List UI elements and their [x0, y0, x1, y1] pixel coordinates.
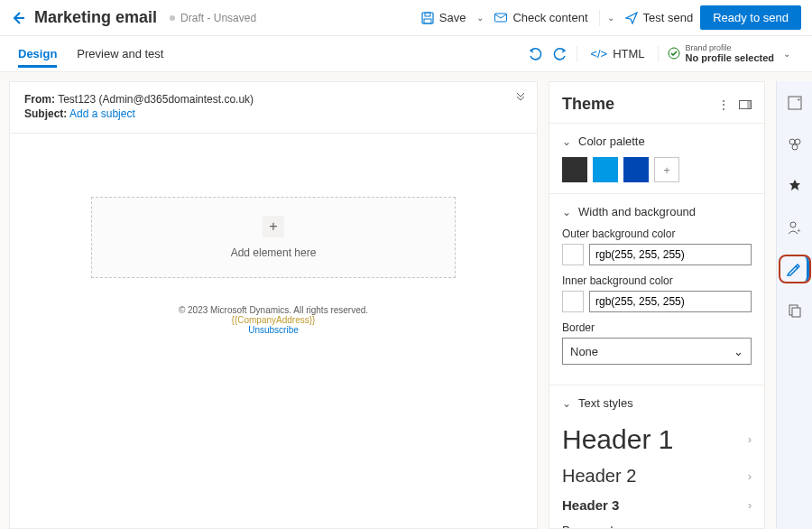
save-button[interactable]: Save — [414, 7, 474, 28]
inner-color-input[interactable] — [589, 291, 752, 312]
undo-button[interactable] — [522, 47, 548, 61]
rail-personalize-icon[interactable]: + — [782, 215, 807, 240]
send-icon — [625, 12, 638, 24]
rail-layout-icon[interactable] — [782, 132, 807, 157]
subject-row: Subject: Add a subject — [24, 107, 522, 120]
svg-text:+: + — [797, 227, 801, 235]
text-styles-header[interactable]: ⌄ Text styles — [562, 396, 752, 410]
svg-rect-6 — [747, 100, 752, 108]
tab-preview[interactable]: Preview and test — [77, 40, 163, 68]
test-send-button[interactable]: Test send — [618, 7, 701, 28]
separator — [577, 46, 577, 62]
more-icon[interactable]: ⋮ — [717, 97, 730, 112]
save-icon — [421, 12, 434, 24]
chevron-down-icon: ⌄ — [562, 206, 571, 218]
outer-color-preview[interactable] — [562, 244, 584, 265]
color-swatch-2[interactable] — [593, 157, 618, 182]
text-style-h1[interactable]: Header 1 › — [562, 419, 752, 460]
page-title: Marketing email — [34, 8, 157, 27]
separator — [658, 46, 659, 62]
email-footer: © 2023 Microsoft Dynamics. All rights re… — [91, 305, 456, 335]
draft-status: Draft - Unsaved — [170, 12, 256, 24]
chevron-down-icon: ⌄ — [734, 345, 743, 358]
chevron-down-icon: ⌄ — [780, 49, 794, 59]
unsubscribe-link[interactable]: Unsubscribe — [91, 325, 456, 335]
collapse-header-button[interactable] — [515, 93, 526, 104]
brand-check-icon — [668, 47, 680, 60]
border-select[interactable]: None ⌄ — [562, 338, 752, 365]
save-dropdown[interactable]: ⌄ — [473, 13, 487, 23]
rail-assets-icon[interactable] — [782, 298, 807, 323]
theme-panel: Theme ⋮ ⌄ Color palette + — [549, 81, 765, 529]
color-swatch-1[interactable] — [562, 157, 587, 182]
color-swatch-3[interactable] — [623, 157, 649, 182]
chevron-right-icon: › — [748, 524, 752, 530]
tab-design[interactable]: Design — [18, 40, 57, 68]
back-button[interactable] — [11, 11, 25, 25]
email-canvas: From: Test123 (Admin@d365domaintest.co.u… — [9, 81, 538, 529]
expand-icon[interactable] — [739, 100, 752, 109]
ready-to-send-button[interactable]: Ready to send — [700, 5, 801, 30]
color-palette-header[interactable]: ⌄ Color palette — [562, 135, 752, 148]
chevron-right-icon: › — [748, 433, 752, 446]
chevron-right-icon: › — [748, 470, 752, 483]
chevron-down-icon: ⌄ — [562, 397, 571, 410]
status-dot-icon — [170, 15, 175, 21]
html-button[interactable]: </> HTML — [581, 47, 653, 60]
svg-point-9 — [789, 139, 795, 144]
svg-text:+: + — [797, 96, 801, 104]
text-style-p[interactable]: Paragraph › — [562, 518, 752, 529]
width-background-header[interactable]: ⌄ Width and background — [562, 205, 752, 218]
text-style-h3[interactable]: Header 3 › — [562, 492, 752, 518]
svg-point-10 — [795, 139, 800, 144]
brand-profile-selector[interactable]: Brand profile No profile selected ⌄ — [662, 44, 794, 64]
add-color-button[interactable]: + — [654, 157, 679, 182]
add-element-dropzone[interactable]: + Add element here — [91, 197, 456, 278]
add-subject-link[interactable]: Add a subject — [69, 107, 135, 120]
svg-rect-1 — [425, 13, 430, 16]
code-icon: </> — [590, 47, 607, 60]
check-content-button[interactable]: Check content — [487, 7, 595, 28]
separator — [599, 10, 600, 26]
inner-color-preview[interactable] — [562, 291, 584, 312]
check-dropdown[interactable]: ⌄ — [604, 13, 618, 23]
redo-button[interactable] — [548, 47, 573, 61]
rail-general-icon[interactable] — [782, 173, 807, 199]
rail-elements-icon[interactable]: + — [782, 90, 807, 116]
svg-point-11 — [792, 144, 798, 150]
right-rail: + + — [776, 81, 812, 529]
svg-point-12 — [790, 222, 796, 227]
theme-title: Theme — [562, 95, 708, 114]
plus-icon: + — [263, 216, 284, 237]
chevron-right-icon: › — [748, 499, 752, 512]
svg-rect-15 — [792, 308, 800, 317]
from-row: From: Test123 (Admin@d365domaintest.co.u… — [24, 93, 522, 106]
mail-check-icon — [494, 13, 507, 23]
chevron-down-icon: ⌄ — [562, 135, 571, 148]
rail-theme-icon[interactable] — [780, 256, 809, 282]
outer-color-input[interactable] — [589, 244, 752, 265]
text-style-h2[interactable]: Header 2 › — [562, 460, 752, 492]
svg-rect-2 — [424, 19, 431, 23]
